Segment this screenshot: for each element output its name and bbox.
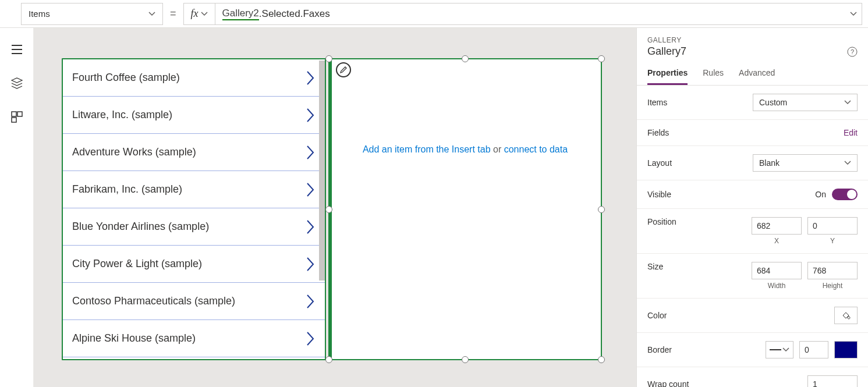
list-item-label: Fourth Coffee (sample) [72, 72, 180, 84]
list-item-label: Contoso Pharmaceuticals (sample) [72, 295, 235, 307]
svg-rect-1 [17, 112, 22, 116]
chevron-down-icon [782, 346, 789, 353]
formula-token-gallery2: Gallery2 [222, 8, 259, 20]
resize-handle[interactable] [598, 55, 605, 62]
connect-data-link[interactable]: connect to data [504, 144, 568, 154]
add-item-link[interactable]: Add an item from the Insert tab [363, 144, 491, 154]
equals-sign: = [170, 8, 176, 20]
scrollbar[interactable] [319, 61, 325, 281]
size-width-input[interactable] [752, 262, 802, 279]
resize-handle[interactable] [325, 356, 332, 363]
chevron-right-icon [305, 144, 316, 161]
items-dropdown[interactable]: Custom [753, 94, 858, 111]
position-x-input[interactable] [752, 217, 802, 235]
list-item[interactable]: City Power & Light (sample) [63, 246, 325, 283]
resize-handle[interactable] [462, 356, 469, 363]
row-visible: Visible On [637, 180, 868, 209]
chevron-right-icon [305, 182, 316, 198]
fx-button[interactable]: fx [183, 3, 215, 25]
tab-rules[interactable]: Rules [703, 68, 724, 85]
position-label: Position [647, 217, 676, 226]
resize-handle[interactable] [325, 55, 332, 62]
list-item-label: Alpine Ski House (sample) [72, 332, 196, 345]
svg-text:?: ? [851, 48, 854, 55]
properties-panel: GALLERY Gallery7 ? Properties Rules Adva… [636, 28, 868, 387]
list-item-label: Blue Yonder Airlines (sample) [72, 221, 209, 233]
chevron-right-icon [305, 70, 316, 86]
resize-handle[interactable] [462, 55, 469, 62]
tab-properties[interactable]: Properties [647, 68, 688, 85]
empty-gallery-hint: Add an item from the Insert tab or conne… [330, 144, 601, 155]
property-dropdown-label: Items [29, 9, 50, 19]
resize-handle[interactable] [598, 356, 605, 363]
chevron-down-icon [844, 159, 851, 166]
chevron-right-icon [305, 331, 316, 347]
svg-rect-0 [12, 112, 16, 116]
size-height-input[interactable] [807, 262, 858, 279]
row-size: Size Width Height [637, 254, 868, 299]
color-label: Color [647, 311, 667, 320]
chevron-right-icon [305, 256, 316, 272]
tree-view-icon[interactable] [10, 77, 23, 90]
or-text: or [491, 144, 504, 154]
list-item-label: Litware, Inc. (sample) [72, 109, 172, 121]
size-label: Size [647, 262, 663, 271]
chevron-down-icon[interactable] [850, 10, 857, 17]
gallery-selected[interactable]: Add an item from the Insert tab or conne… [328, 58, 602, 360]
canvas[interactable]: Fourth Coffee (sample)Litware, Inc. (sam… [34, 28, 636, 387]
fields-label: Fields [647, 128, 669, 137]
border-color-swatch[interactable] [834, 341, 858, 358]
formula-bar: Items = fx Gallery2.Selected.Faxes [0, 0, 868, 28]
position-y-input[interactable] [807, 217, 858, 235]
control-name: Gallery7 [647, 45, 686, 58]
row-border: Border [637, 333, 868, 367]
color-swatch[interactable] [834, 307, 858, 324]
visible-toggle[interactable] [832, 189, 858, 200]
list-item[interactable]: Alpine Ski House (sample) [63, 320, 325, 357]
chevron-right-icon [305, 107, 316, 123]
resize-handle[interactable] [325, 206, 332, 213]
wrap-count-label: Wrap count [647, 379, 689, 387]
list-item[interactable]: Blue Yonder Airlines (sample) [63, 208, 325, 246]
list-item-label: Fabrikam, Inc. (sample) [72, 183, 182, 196]
items-label: Items [647, 98, 667, 107]
chevron-right-icon [305, 293, 316, 310]
main-layout: Fourth Coffee (sample)Litware, Inc. (sam… [0, 28, 868, 387]
chevron-down-icon [148, 10, 155, 17]
border-style-dropdown[interactable] [766, 341, 793, 358]
help-icon[interactable]: ? [847, 47, 858, 57]
property-dropdown[interactable]: Items [21, 3, 163, 25]
row-wrap-count: Wrap count [637, 367, 868, 387]
row-fields: Fields Edit [637, 120, 868, 146]
formula-input[interactable]: Gallery2.Selected.Faxes [215, 3, 862, 25]
list-item[interactable]: Adventure Works (sample) [63, 134, 325, 171]
list-item-label: City Power & Light (sample) [72, 258, 202, 270]
svg-rect-2 [12, 118, 16, 122]
list-item-label: Adventure Works (sample) [72, 146, 196, 158]
border-label: Border [647, 345, 672, 354]
list-item[interactable]: Fabrikam, Inc. (sample) [63, 171, 325, 208]
fields-edit-link[interactable]: Edit [844, 128, 858, 137]
list-item[interactable]: Fourth Coffee (sample) [63, 59, 325, 97]
row-color: Color [637, 299, 868, 333]
paint-icon [841, 311, 851, 320]
layout-label: Layout [647, 158, 672, 168]
gallery-accounts[interactable]: Fourth Coffee (sample)Litware, Inc. (sam… [62, 58, 326, 360]
list-item[interactable]: Contoso Pharmaceuticals (sample) [63, 283, 325, 320]
border-width-input[interactable] [799, 341, 828, 358]
wrap-count-input[interactable] [807, 375, 858, 387]
fx-label: fx [191, 8, 199, 20]
components-icon[interactable] [10, 111, 23, 123]
list-item[interactable]: Litware, Inc. (sample) [63, 97, 325, 134]
tab-advanced[interactable]: Advanced [739, 68, 775, 85]
hamburger-icon[interactable] [10, 43, 23, 56]
resize-handle[interactable] [598, 206, 605, 213]
row-position: Position X Y [637, 209, 868, 254]
edit-pencil-button[interactable] [336, 62, 351, 77]
chevron-down-icon [201, 10, 208, 17]
formula-rest: .Selected.Faxes [259, 8, 330, 20]
layout-dropdown[interactable]: Blank [753, 154, 858, 172]
panel-tabs: Properties Rules Advanced [637, 68, 868, 86]
visible-state: On [815, 190, 826, 199]
left-toolbar [0, 28, 34, 387]
